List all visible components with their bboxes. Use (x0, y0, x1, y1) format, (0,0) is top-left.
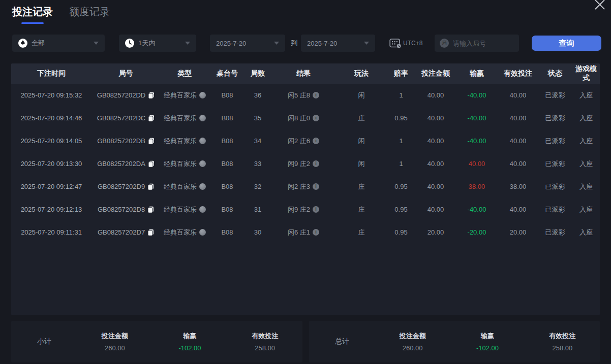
bet-amount: 40.00 (416, 183, 455, 190)
date-to-dropdown[interactable]: 2025-7-20 (301, 35, 375, 52)
game-type: 经典百家乐 (164, 137, 197, 146)
column-header-1: 局号 (91, 69, 160, 78)
valid-bet-value: 258.00 (525, 344, 600, 352)
column-header-11: 状态 (538, 69, 572, 78)
valid-bet: 40.00 (498, 137, 538, 145)
round-id-cell: GB08257202D8 (91, 206, 160, 213)
result-info-icon[interactable]: i (313, 92, 319, 98)
play: 闲 (337, 159, 386, 169)
table-no: B08 (209, 206, 245, 213)
column-header-8: 投注金额 (416, 69, 455, 78)
table-row: 2025-07-20 09:14:05GB08257202DB经典百家乐B083… (11, 129, 600, 152)
replay-icon[interactable] (199, 206, 206, 213)
bet-time: 2025-07-20 09:12:13 (11, 206, 91, 213)
copy-icon[interactable] (147, 183, 154, 190)
replay-icon[interactable] (199, 115, 206, 121)
date-from-dropdown[interactable]: 2025-7-20 (210, 35, 285, 52)
replay-icon[interactable] (199, 183, 206, 190)
win-loss-value: -102.00 (152, 344, 228, 352)
round-no: 34 (245, 137, 270, 145)
total-win: 输赢 -102.00 (450, 332, 525, 352)
chevron-down-icon (274, 42, 279, 45)
win-loss: -40.00 (455, 114, 498, 122)
tab-bar: 投注记录 额度记录 (12, 5, 110, 24)
round-search-input[interactable] (453, 40, 514, 47)
round-id-cell: GB08257202DB (91, 137, 160, 145)
round-no: 32 (245, 183, 270, 190)
date-to-value: 2025-7-20 (307, 40, 337, 47)
game-type-dropdown[interactable]: 全部 (12, 35, 105, 52)
table-no: B08 (209, 183, 245, 190)
valid-bet: 38.00 (498, 183, 538, 190)
replay-icon[interactable] (199, 229, 206, 236)
valid-bet: 20.00 (498, 228, 538, 236)
play: 庄 (337, 182, 386, 191)
column-header-2: 类型 (160, 69, 209, 78)
column-header-4: 局数 (245, 69, 270, 78)
result-info-icon[interactable]: i (313, 115, 319, 121)
valid-bet: 40.00 (498, 206, 538, 213)
result-info-icon[interactable]: i (313, 160, 319, 167)
game-type: 经典百家乐 (164, 159, 197, 169)
copy-icon[interactable] (147, 206, 154, 213)
round-id: GB08257202DD (97, 91, 145, 99)
odds: 1 (386, 137, 416, 145)
table-row: 2025-07-20 09:12:47GB08257202D9经典百家乐B083… (11, 175, 600, 198)
time-range-dropdown[interactable]: 1天内 (119, 35, 196, 52)
win-loss: -40.00 (455, 91, 498, 99)
result: 闲6 庄1 (288, 228, 310, 237)
win-loss: 38.00 (455, 183, 498, 190)
win-loss-label: 输赢 (450, 332, 525, 341)
column-header-9: 输赢 (455, 69, 498, 78)
result: 闲2 庄3 (288, 182, 310, 191)
total-card: 总计 投注金额 260.00 输赢 -102.00 有效投注 258.00 (309, 321, 600, 362)
odds: 0.95 (386, 183, 416, 190)
game-type-cell: 经典百家乐 (160, 182, 209, 191)
timezone-label: UTC+8 (403, 40, 422, 47)
game-type: 经典百家乐 (164, 91, 197, 100)
filter-bar: 全部 1天内 2025-7-20 到 2025-7-20 UTC+8 局 查询 (0, 35, 611, 52)
round-no: 33 (245, 160, 270, 168)
tab-quota-records[interactable]: 额度记录 (69, 5, 110, 24)
copy-icon[interactable] (147, 229, 154, 236)
bet-amount: 40.00 (416, 114, 455, 122)
result-info-icon[interactable]: i (313, 138, 319, 144)
game-type-cell: 经典百家乐 (160, 228, 209, 237)
valid-bet: 40.00 (498, 114, 538, 122)
round-id: GB08257202D8 (98, 206, 145, 213)
table-body: 2025-07-20 09:15:32GB08257202DD经典百家乐B083… (11, 84, 600, 244)
game-type-cell: 经典百家乐 (160, 137, 209, 146)
result-info-icon[interactable]: i (313, 206, 319, 213)
spade-icon (18, 39, 27, 48)
table-no: B08 (209, 160, 245, 168)
chevron-down-icon (364, 42, 369, 45)
status: 已派彩 (538, 114, 572, 123)
copy-icon[interactable] (148, 138, 155, 145)
status: 已派彩 (538, 228, 572, 237)
round-id-cell: GB08257202DA (91, 160, 160, 168)
result: 闲8 庄0 (288, 114, 310, 123)
round-id-cell: GB08257202D7 (91, 228, 160, 236)
close-icon[interactable] (593, 0, 607, 11)
game-mode: 入座 (572, 159, 600, 169)
win-loss: -40.00 (455, 206, 498, 213)
copy-icon[interactable] (148, 115, 155, 122)
win-loss-label: 输赢 (152, 332, 228, 341)
bet-amount: 40.00 (416, 137, 455, 145)
column-header-7: 赔率 (386, 69, 416, 78)
replay-icon[interactable] (199, 92, 206, 98)
tab-bet-records[interactable]: 投注记录 (12, 5, 53, 24)
copy-icon[interactable] (148, 160, 155, 168)
result-cell: 闲5 庄8i (270, 91, 337, 100)
query-button[interactable]: 查询 (532, 36, 601, 51)
bet-time: 2025-07-20 09:14:46 (11, 114, 91, 122)
result-info-icon[interactable]: i (313, 183, 319, 190)
calendar-clock-icon (389, 38, 402, 49)
bet-amount-value: 260.00 (375, 344, 450, 352)
result-info-icon[interactable]: i (313, 229, 319, 236)
replay-icon[interactable] (199, 160, 206, 167)
column-header-0: 下注时间 (11, 69, 91, 78)
copy-icon[interactable] (148, 92, 155, 99)
round-id-cell: GB08257202D9 (91, 183, 160, 190)
replay-icon[interactable] (199, 138, 206, 144)
